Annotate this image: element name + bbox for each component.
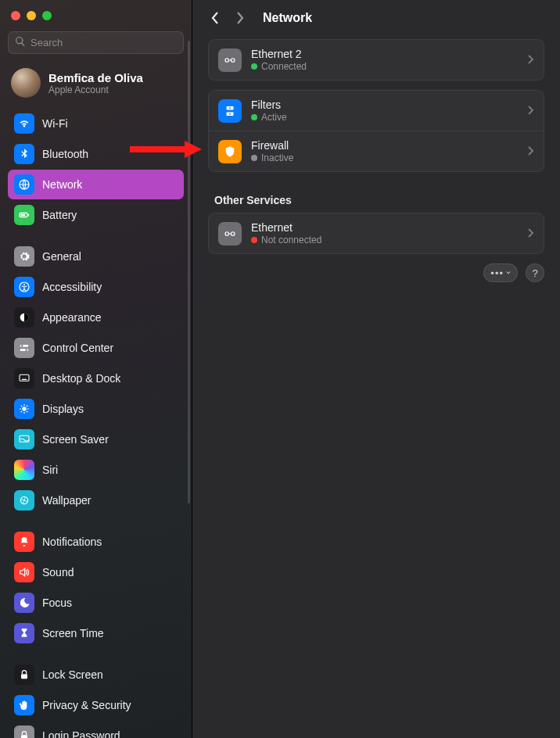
sidebar-item-network[interactable]: Network <box>8 170 184 199</box>
firewall-icon <box>218 140 242 163</box>
desktop-dock-icon <box>14 368 34 389</box>
wifi-icon <box>14 113 34 134</box>
forward-button[interactable] <box>233 11 247 25</box>
svg-rect-3 <box>20 214 25 217</box>
sidebar-item-label: Notifications <box>42 536 102 548</box>
sidebar-item-bluetooth[interactable]: Bluetooth <box>8 139 184 169</box>
moon-icon <box>14 593 34 613</box>
status-dot <box>251 114 257 120</box>
sidebar-item-label: Login Password <box>42 729 120 738</box>
svg-rect-16 <box>21 675 27 679</box>
sidebar-item-label: Wi-Fi <box>42 117 68 130</box>
screen-saver-icon <box>14 429 34 450</box>
chevron-right-icon <box>528 145 534 158</box>
sidebar-item-general[interactable]: General <box>8 242 184 271</box>
sidebar-item-label: Screen Saver <box>42 433 109 446</box>
apple-account-row[interactable]: Bemfica de Oliva Apple Account <box>8 65 184 109</box>
filters-icon <box>218 99 242 123</box>
ethernet-icon <box>218 48 242 72</box>
status-dot <box>251 155 257 161</box>
appearance-icon <box>14 307 34 328</box>
sidebar-item-notifications[interactable]: Notifications <box>8 527 184 557</box>
service-title: Ethernet 2 <box>251 48 519 60</box>
sidebar-item-screen-time[interactable]: Screen Time <box>8 618 184 648</box>
sidebar-item-label: Battery <box>42 209 77 221</box>
search-field[interactable] <box>8 31 184 54</box>
window-controls <box>8 8 184 31</box>
sidebar-item-siri[interactable]: Siri <box>8 455 184 485</box>
sidebar-item-label: Siri <box>42 464 58 476</box>
chevron-right-icon <box>528 227 534 240</box>
service-title: Filters <box>251 99 519 111</box>
displays-icon <box>14 399 34 419</box>
battery-icon <box>14 205 34 225</box>
sound-icon <box>14 562 34 582</box>
sidebar-item-wifi[interactable]: Wi-Fi <box>8 109 184 138</box>
network-settings-card: Filters Active Firewall Inactive <box>208 90 544 172</box>
svg-point-20 <box>225 58 229 62</box>
sidebar-item-label: Appearance <box>42 311 102 324</box>
sidebar-item-label: Accessibility <box>42 281 102 293</box>
service-row-ethernet2[interactable]: Ethernet 2 Connected <box>209 40 544 80</box>
service-status: Active <box>261 112 287 123</box>
back-button[interactable] <box>208 11 222 25</box>
hourglass-icon <box>14 623 34 643</box>
sidebar-item-label: Network <box>42 178 82 191</box>
more-actions-button[interactable]: ••• <box>483 263 518 282</box>
service-title: Firewall <box>251 139 519 152</box>
sidebar-scrollbar[interactable] <box>188 41 190 503</box>
help-label: ? <box>532 267 537 279</box>
siri-icon <box>14 460 34 480</box>
service-row-ethernet[interactable]: Ethernet Not connected <box>209 213 544 253</box>
search-input[interactable] <box>31 37 177 48</box>
service-row-firewall[interactable]: Firewall Inactive <box>209 131 544 171</box>
wallpaper-icon <box>14 490 34 511</box>
svg-point-25 <box>229 113 231 114</box>
close-window-button[interactable] <box>11 11 20 20</box>
account-sub: Apple Account <box>48 84 143 95</box>
svg-rect-2 <box>28 214 29 217</box>
sidebar-item-label: Privacy & Security <box>42 699 131 711</box>
sidebar-item-label: Wallpaper <box>42 494 92 507</box>
chevron-right-icon <box>528 105 534 117</box>
sidebar-item-label: Lock Screen <box>42 668 103 681</box>
chevron-right-icon <box>528 54 534 66</box>
sidebar-item-label: Control Center <box>42 342 113 354</box>
svg-point-5 <box>23 284 25 285</box>
sidebar-item-wallpaper[interactable]: Wallpaper <box>8 485 184 515</box>
sidebar-item-privacy-security[interactable]: Privacy & Security <box>8 690 184 720</box>
sidebar-nav: Wi-Fi Bluetooth Network Battery General <box>8 109 184 738</box>
sidebar-item-lock-screen[interactable]: Lock Screen <box>8 660 184 690</box>
page-title: Network <box>263 11 312 25</box>
sidebar-item-appearance[interactable]: Appearance <box>8 303 184 332</box>
sidebar-item-desktop-dock[interactable]: Desktop & Dock <box>8 364 184 393</box>
sidebar-item-login-password[interactable]: Login Password <box>8 721 184 738</box>
svg-rect-12 <box>22 379 27 380</box>
sidebar: Bemfica de Oliva Apple Account Wi-Fi Blu… <box>0 0 192 738</box>
svg-point-21 <box>232 58 235 62</box>
help-button[interactable]: ? <box>526 263 544 282</box>
sidebar-item-battery[interactable]: Battery <box>8 200 184 230</box>
service-row-filters[interactable]: Filters Active <box>209 91 544 131</box>
search-icon <box>15 36 31 49</box>
avatar <box>11 68 41 98</box>
svg-rect-11 <box>20 375 29 382</box>
sidebar-item-screen-saver[interactable]: Screen Saver <box>8 425 184 454</box>
sidebar-item-label: Focus <box>42 596 72 609</box>
svg-point-13 <box>22 407 26 411</box>
account-name: Bemfica de Oliva <box>48 71 143 84</box>
sidebar-item-label: Displays <box>42 403 84 415</box>
minimize-window-button[interactable] <box>27 11 36 20</box>
sidebar-item-label: Desktop & Dock <box>42 372 120 385</box>
sidebar-item-sound[interactable]: Sound <box>8 557 184 587</box>
sidebar-item-accessibility[interactable]: Accessibility <box>8 272 184 302</box>
service-status: Connected <box>261 61 307 72</box>
sidebar-item-label: Screen Time <box>42 627 104 639</box>
sidebar-item-control-center[interactable]: Control Center <box>8 333 184 363</box>
sidebar-item-displays[interactable]: Displays <box>8 394 184 424</box>
sidebar-item-focus[interactable]: Focus <box>8 588 184 618</box>
control-center-icon <box>14 338 34 358</box>
ellipsis-icon: ••• <box>490 268 504 278</box>
svg-point-10 <box>25 349 27 352</box>
fullscreen-window-button[interactable] <box>42 11 52 20</box>
